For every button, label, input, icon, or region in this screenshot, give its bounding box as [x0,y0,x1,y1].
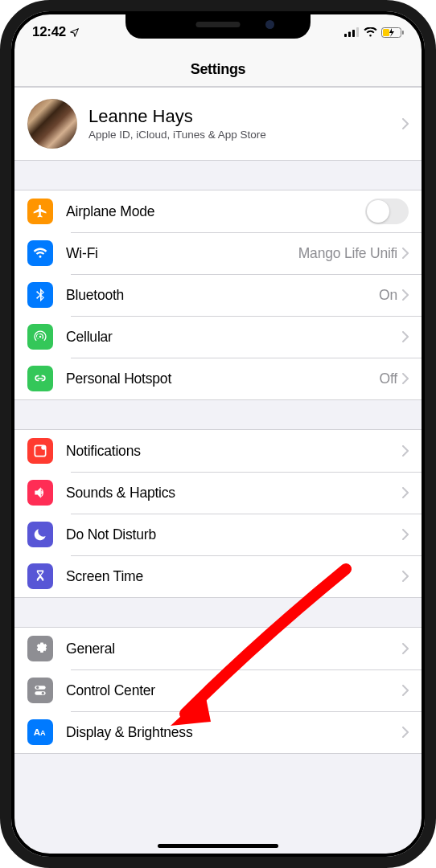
control-center-row[interactable]: Control Center [14,669,422,711]
page-title: Settings [14,61,422,78]
battery-icon [381,27,404,38]
section-gap [14,400,422,429]
hotspot-row[interactable]: Personal Hotspot Off [14,358,422,399]
svg-point-12 [42,692,44,694]
chevron-right-icon [402,571,409,582]
general-group: General Control Center AA Display & Brig… [14,627,422,754]
svg-rect-2 [352,30,355,37]
chevron-right-icon [402,248,409,259]
svg-text:A: A [40,729,46,737]
airplane-toggle[interactable] [365,199,409,224]
svg-rect-5 [383,29,389,36]
status-time: 12:42 [32,24,66,40]
screen: 12:42 Settings Leanne Hays Apple ID, iCl… [14,14,422,854]
silence-switch [0,121,2,153]
gear-icon [27,636,53,661]
volume-down-button [0,257,2,317]
cellular-icon [27,324,53,350]
location-arrow-icon [69,27,80,38]
display-row[interactable]: AA Display & Brightness [14,711,422,753]
section-gap [14,161,422,190]
connectivity-group: Airplane Mode Wi-Fi Mango Life Unifi Blu… [14,190,422,400]
account-subtitle: Apple ID, iCloud, iTunes & App Store [88,129,402,141]
svg-rect-0 [344,34,347,37]
notifications-group: Notifications Sounds & Haptics Do Not Di… [14,429,422,598]
chevron-right-icon [402,643,409,654]
front-camera [265,20,274,29]
airplane-label: Airplane Mode [66,203,365,220]
volume-up-button [0,181,2,241]
cellular-label: Cellular [66,329,402,346]
notch [125,11,311,39]
chevron-right-icon [402,331,409,342]
wifi-settings-icon [27,240,53,266]
svg-point-8 [41,445,46,450]
chevron-right-icon [402,487,409,498]
wifi-value: Mango Life Unifi [298,245,397,262]
bluetooth-label: Bluetooth [66,287,379,304]
dnd-row[interactable]: Do Not Disturb [14,514,422,555]
cellular-signal-icon [344,27,360,37]
chevron-right-icon [402,529,409,540]
section-gap [14,598,422,627]
hourglass-icon [27,563,53,589]
svg-rect-6 [402,31,404,35]
apple-id-row[interactable]: Leanne Hays Apple ID, iCloud, iTunes & A… [14,88,422,160]
account-text: Leanne Hays Apple ID, iCloud, iTunes & A… [88,107,402,140]
home-indicator[interactable] [158,844,278,848]
wifi-icon [364,27,377,37]
hotspot-icon [27,366,53,391]
bluetooth-value: On [379,287,397,304]
notifications-row[interactable]: Notifications [14,430,422,472]
chevron-right-icon [402,445,409,457]
wifi-label: Wi-Fi [66,245,298,262]
general-row[interactable]: General [14,628,422,669]
status-time-area: 12:42 [32,24,80,40]
sounds-row[interactable]: Sounds & Haptics [14,472,422,514]
account-group: Leanne Hays Apple ID, iCloud, iTunes & A… [14,87,422,161]
svg-point-10 [36,686,39,689]
cellular-row[interactable]: Cellular [14,316,422,358]
account-name: Leanne Hays [88,107,402,126]
airplane-icon [27,199,53,224]
chevron-right-icon [402,118,409,129]
bluetooth-row[interactable]: Bluetooth On [14,274,422,316]
sliders-icon [27,678,53,703]
notifications-label: Notifications [66,443,402,460]
dnd-label: Do Not Disturb [66,526,402,543]
moon-icon [27,522,53,547]
chevron-right-icon [402,289,409,301]
bluetooth-icon [27,282,53,308]
display-label: Display & Brightness [66,724,402,741]
airplane-mode-row[interactable]: Airplane Mode [14,190,422,232]
chevron-right-icon [402,727,409,738]
svg-rect-1 [348,32,351,38]
sounds-icon [27,480,53,506]
chevron-right-icon [402,685,409,696]
control-center-label: Control Center [66,682,402,699]
avatar [27,99,77,149]
hotspot-value: Off [380,371,397,387]
nav-header: Settings [14,50,422,87]
wifi-row[interactable]: Wi-Fi Mango Life Unifi [14,232,422,274]
hotspot-label: Personal Hotspot [66,371,380,387]
screentime-label: Screen Time [66,568,402,585]
status-indicators [344,27,404,38]
sounds-label: Sounds & Haptics [66,485,402,502]
screentime-row[interactable]: Screen Time [14,555,422,597]
notifications-icon [27,438,53,464]
speaker-grille [196,22,241,27]
chevron-right-icon [402,373,409,384]
svg-rect-3 [356,27,359,37]
general-label: General [66,641,402,657]
display-icon: AA [27,719,53,745]
